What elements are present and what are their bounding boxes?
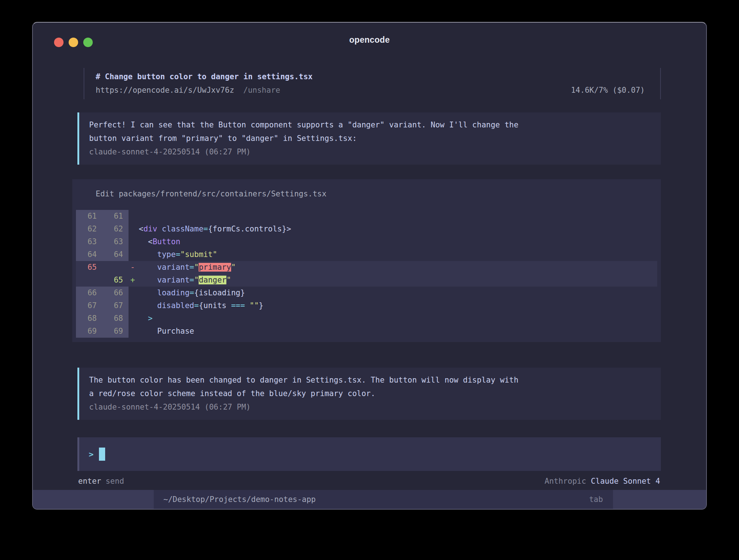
old-line-number: 65 [76,261,102,274]
session-title: # Change button color to danger in setti… [96,70,660,84]
new-line-number: 67 [102,299,129,312]
old-line-number: 67 [76,299,102,312]
code-line: type="submit" [139,248,657,261]
text-cursor [99,448,105,461]
new-line-number: 69 [102,325,129,338]
diff-sign [129,235,139,248]
old-line-number: 69 [76,325,102,338]
diff-sign [129,287,139,299]
message-text: The button color has been changed to dan… [89,373,652,400]
code-line: variant="primary" [139,261,657,274]
session-header: # Change button color to danger in setti… [84,68,661,99]
message-line: Perfect! I can see that the Button compo… [89,118,652,132]
message-meta: claude-sonnet-4-20250514 (06:27 PM) [89,145,652,159]
share-url-link[interactable]: https://opencode.ai/s/UwJxv76z [96,84,234,97]
diff-sign [129,248,139,261]
old-line-number: 63 [76,235,102,248]
context-usage-stats: 14.6K/7% ($0.07) [571,84,645,97]
status-bar: opencodev0.3.11 ~/Desktop/Projects/demo-… [33,490,706,509]
model-indicator: AnthropicClaude Sonnet 4 [545,475,660,488]
tab-key-hint: tab [589,490,613,509]
diff-row: 6666 loading={isLoading} [76,287,657,299]
message-text: Perfect! I can see that the Button compo… [89,118,652,145]
new-line-number: 66 [102,287,129,299]
message-line: button variant from "primary" to "danger… [89,132,652,145]
code-line [139,210,657,223]
window-title: opencode [33,35,706,45]
app-window: opencode # Change button color to danger… [32,22,707,510]
edit-tool-block: Edit packages/frontend/src/containers/Se… [72,179,661,342]
new-line-number: 63 [102,235,129,248]
working-directory: ~/Desktop/Projects/demo-notes-app [164,490,316,509]
code-line: Purchase [139,325,657,338]
new-line-number: 68 [102,312,129,325]
code-line: disabled={units === ""} [139,299,657,312]
diff-row: 6969 Purchase [76,325,657,338]
old-line-number [76,274,102,287]
enter-key-label: enter [78,477,101,486]
assistant-message-1: Perfect! I can see that the Button compo… [77,112,661,165]
prompt-symbol: > [89,450,93,459]
diff-row: 6363 <Button [76,235,657,248]
code-line: <Button [139,235,657,248]
diff-row: 6868 > [76,312,657,325]
message-line: The button color has been changed to dan… [89,373,652,387]
diff-row: 6161 [76,210,657,223]
model-provider-label: Anthropic [545,477,586,486]
edit-tool-title: Edit packages/frontend/src/containers/Se… [76,187,657,200]
new-line-number: 62 [102,223,129,235]
old-line-number: 61 [76,210,102,223]
diff-sign [129,210,139,223]
code-line: <div className={formCs.controls}> [139,223,657,235]
code-line: variant="danger" [139,274,657,287]
code-line: loading={isLoading} [139,287,657,299]
diff-row: 65+ variant="danger" [76,274,657,287]
enter-hint: entersend [78,475,124,488]
unshare-command[interactable]: /unshare [243,84,280,97]
code-line: > [139,312,657,325]
diff-row: 6464 type="submit" [76,248,657,261]
diff-row: 65- variant="primary" [76,261,657,274]
new-line-number [102,261,129,274]
diff-sign: - [129,261,139,274]
diff-sign [129,299,139,312]
new-line-number: 65 [102,274,129,287]
session-subline: https://opencode.ai/s/UwJxv76z /unshare … [96,84,660,97]
send-action-label: send [106,477,124,486]
new-line-number: 61 [102,210,129,223]
diff-sign: + [129,274,139,287]
model-name-label: Claude Sonnet 4 [591,477,660,486]
diff-sign [129,325,139,338]
diff-view: 61616262<div className={formCs.controls}… [76,210,657,338]
new-line-number: 64 [102,248,129,261]
main-content: # Change button color to danger in setti… [33,54,706,490]
diff-row: 6262<div className={formCs.controls}> [76,223,657,235]
old-line-number: 66 [76,287,102,299]
mode-segment: BUILDMODE [613,490,706,509]
diff-row: 6767 disabled={units === ""} [76,299,657,312]
assistant-message-2: The button color has been changed to dan… [77,368,661,420]
titlebar: opencode [33,23,706,54]
old-line-number: 68 [76,312,102,325]
message-line: a red/rose color scheme instead of the b… [89,387,652,400]
diff-sign [129,223,139,235]
statusbar-spacer [316,490,589,509]
prompt-input[interactable]: > [77,437,661,471]
hints-row: entersend AnthropicClaude Sonnet 4 [77,475,661,488]
old-line-number: 62 [76,223,102,235]
old-line-number: 64 [76,248,102,261]
app-version-segment: opencodev0.3.11 [33,490,154,509]
message-meta: claude-sonnet-4-20250514 (06:27 PM) [89,400,652,414]
diff-sign [129,312,139,325]
